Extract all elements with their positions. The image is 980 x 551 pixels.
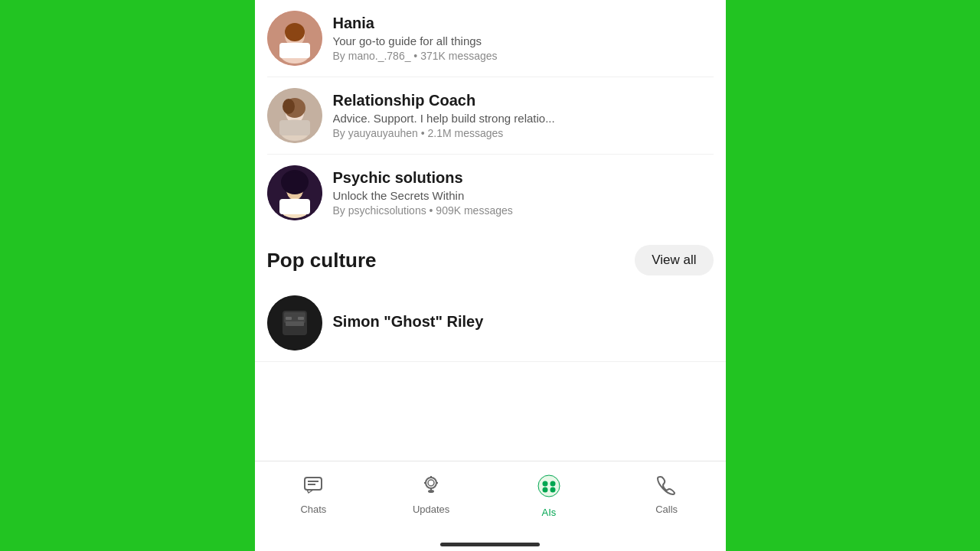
avatar-relationship-coach xyxy=(267,88,322,143)
calls-label: Calls xyxy=(655,504,678,515)
updates-label: Updates xyxy=(413,504,449,515)
svg-point-25 xyxy=(426,478,436,488)
avatar-ghost-riley xyxy=(267,295,322,350)
content-area: Hania Your go-to guide for all things By… xyxy=(255,0,726,461)
ai-list: Hania Your go-to guide for all things By… xyxy=(255,0,726,231)
ai-info-psychic-solutions: Psychic solutions Unlock the Secrets Wit… xyxy=(333,169,714,217)
svg-point-35 xyxy=(542,487,547,493)
ai-name-ghost-riley: Simon "Ghost" Riley xyxy=(333,313,714,331)
pop-culture-title: Pop culture xyxy=(267,249,377,272)
nav-item-ais[interactable]: AIs xyxy=(490,469,608,523)
svg-point-36 xyxy=(550,487,555,493)
pop-culture-section-header: Pop culture View all xyxy=(255,231,726,285)
bottom-nav: Chats Updates xyxy=(255,461,726,538)
ai-item-relationship-coach[interactable]: Relationship Coach Advice. Support. I he… xyxy=(267,77,714,155)
svg-point-34 xyxy=(550,481,555,487)
home-indicator xyxy=(440,543,540,546)
svg-rect-19 xyxy=(286,317,292,320)
svg-rect-20 xyxy=(298,317,304,320)
calls-icon xyxy=(656,474,678,500)
ai-meta-relationship-coach: By yauyauyauhen • 2.1M messages xyxy=(333,127,714,139)
ai-desc-relationship-coach: Advice. Support. I help build strong rel… xyxy=(333,112,714,125)
ai-meta-psychic-solutions: By psychicsolutions • 909K messages xyxy=(333,204,714,217)
ais-label: AIs xyxy=(541,507,556,518)
chats-icon xyxy=(302,474,324,500)
ai-item-psychic-solutions[interactable]: Psychic solutions Unlock the Secrets Wit… xyxy=(267,155,714,231)
svg-rect-10 xyxy=(279,120,310,135)
svg-rect-4 xyxy=(279,43,310,58)
chats-label: Chats xyxy=(300,504,326,515)
ai-name-psychic-solutions: Psychic solutions xyxy=(333,169,714,187)
svg-point-31 xyxy=(428,490,434,493)
avatar-hania xyxy=(267,11,322,66)
ai-desc-hania: Your go-to guide for all things xyxy=(333,34,714,47)
view-all-button[interactable]: View all xyxy=(635,245,713,276)
ais-icon xyxy=(537,474,561,504)
svg-point-8 xyxy=(283,99,295,114)
svg-point-32 xyxy=(538,475,560,497)
nav-item-chats[interactable]: Chats xyxy=(255,469,373,523)
svg-point-26 xyxy=(428,480,434,486)
nav-item-updates[interactable]: Updates xyxy=(372,469,490,523)
svg-rect-21 xyxy=(286,321,304,326)
ai-item-ghost-riley[interactable]: Simon "Ghost" Riley xyxy=(255,285,726,362)
svg-point-2 xyxy=(285,23,305,41)
ai-name-relationship-coach: Relationship Coach xyxy=(333,92,714,109)
avatar-psychic-solutions xyxy=(267,165,322,220)
updates-icon xyxy=(420,474,442,500)
ai-info-relationship-coach: Relationship Coach Advice. Support. I he… xyxy=(333,92,714,139)
nav-item-calls[interactable]: Calls xyxy=(608,469,726,523)
svg-point-33 xyxy=(542,481,547,487)
ai-info-ghost-riley: Simon "Ghost" Riley xyxy=(333,313,714,333)
ai-info-hania: Hania Your go-to guide for all things By… xyxy=(333,15,714,62)
ai-desc-psychic-solutions: Unlock the Secrets Within xyxy=(333,189,714,202)
ai-meta-hania: By mano._.786_ • 371K messages xyxy=(333,50,714,62)
phone-container: Hania Your go-to guide for all things By… xyxy=(255,0,726,551)
ai-name-hania: Hania xyxy=(333,15,714,32)
svg-rect-15 xyxy=(279,199,310,214)
ai-item-hania[interactable]: Hania Your go-to guide for all things By… xyxy=(267,0,714,77)
